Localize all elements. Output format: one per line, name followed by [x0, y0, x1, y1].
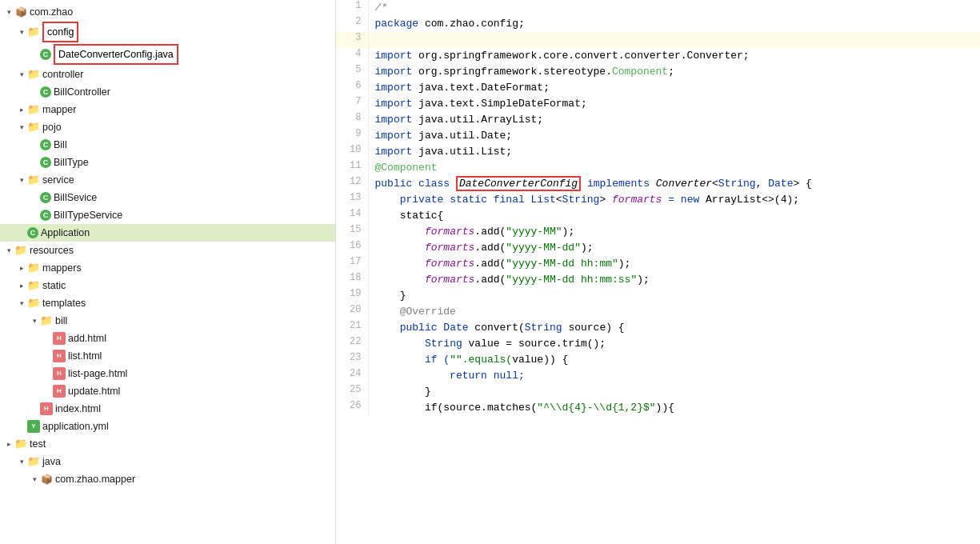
token: @Override — [375, 306, 456, 318]
token: Date — [481, 130, 506, 142]
folder-icon: 📁 — [27, 262, 40, 274]
token: final — [494, 194, 531, 206]
folder-icon: 📁 — [27, 279, 40, 292]
html-icon: H — [53, 385, 66, 398]
code-line: 12public class DateConverterConfig imple… — [336, 176, 980, 192]
item-label: BillController — [54, 84, 110, 100]
line-number: 1 — [336, 0, 368, 16]
folder-icon: 📁 — [27, 121, 40, 134]
line-number: 17 — [336, 256, 368, 272]
item-label: BilITypeService — [54, 207, 122, 223]
token: DateFormat — [481, 82, 543, 94]
token: formarts — [612, 194, 662, 206]
token: ; — [743, 50, 750, 62]
tree-item-com-zhao[interactable]: 📦com.zhao — [0, 3, 335, 21]
package-icon: 📦 — [40, 473, 53, 486]
arrow-closed — [16, 260, 27, 276]
token: "".equals( — [450, 354, 512, 366]
tree-item-BillController[interactable]: CBillController — [0, 83, 335, 101]
tree-item-static[interactable]: 📁static — [0, 277, 335, 294]
tree-item-application.yml[interactable]: Yapplication.yml — [0, 418, 335, 435]
token: < — [712, 178, 718, 190]
tree-item-BillTypeService[interactable]: CBilITypeService — [0, 206, 335, 224]
token — [375, 242, 425, 254]
tree-item-add.html[interactable]: Hadd.html — [0, 330, 335, 347]
file-tree[interactable]: 📦com.zhao📁configCDateConverterConfig.jav… — [0, 0, 336, 544]
tree-item-resources[interactable]: 📁resources — [0, 242, 335, 259]
arrow-closed — [3, 436, 14, 452]
tree-item-list.html[interactable]: Hlist.html — [0, 347, 335, 365]
tree-item-templates[interactable]: 📁templates — [0, 294, 335, 312]
token: implements — [581, 178, 656, 190]
highlighted-label: DateConverterConfig.java — [54, 44, 178, 65]
tree-item-bill[interactable]: 📁bill — [0, 312, 335, 330]
code-line: 5import org.springframework.stereotype.C… — [336, 64, 980, 80]
tree-item-mappers[interactable]: 📁mappers — [0, 259, 335, 277]
tree-item-DateConverterConfig[interactable]: CDateConverterConfig.java — [0, 43, 335, 66]
tree-item-Application[interactable]: CApplication — [0, 224, 335, 242]
line-number: 7 — [336, 96, 368, 112]
tree-item-config[interactable]: 📁config — [0, 21, 335, 43]
token: org.springframework.core.convert.convert… — [418, 50, 686, 62]
tree-item-mapper[interactable]: 📁mapper — [0, 101, 335, 118]
arrow-open — [16, 454, 27, 470]
line-code: public Date convert(String source) { — [368, 320, 980, 336]
line-number: 11 — [336, 160, 368, 176]
token: convert( — [469, 322, 525, 334]
token: formarts — [425, 274, 474, 286]
line-number: 2 — [336, 16, 368, 32]
java-class-icon: C — [27, 227, 38, 238]
code-line: 20 @Override — [336, 304, 980, 320]
token: static{ — [375, 210, 444, 222]
line-code: formarts.add("yyyy-MM"); — [368, 224, 980, 240]
item-label: list-page.html — [68, 366, 127, 382]
token: > — [599, 194, 612, 206]
java-file-icon: C — [40, 49, 51, 60]
code-line: 25 } — [336, 384, 980, 400]
tree-item-test[interactable]: 📁test — [0, 435, 335, 453]
code-line: 6import java.text.DateFormat; — [336, 80, 980, 96]
token: = new — [662, 194, 706, 206]
java-class-icon: C — [40, 139, 51, 150]
item-label: templates — [42, 295, 86, 311]
token: formarts — [425, 258, 474, 270]
token: static — [450, 194, 494, 206]
java-class-icon: C — [40, 192, 51, 203]
tree-item-Bill[interactable]: CBill — [0, 136, 335, 154]
tree-item-list-page.html[interactable]: Hlist-page.html — [0, 365, 335, 382]
token: List — [531, 194, 556, 206]
tree-item-com-zhao-mapper[interactable]: 📦com.zhao.mapper — [0, 470, 335, 488]
token: value = source.trim(); — [462, 338, 606, 350]
token: "^\\d{4}-\\d{1,2}$" — [537, 402, 655, 414]
tree-item-BillType[interactable]: CBillType — [0, 154, 335, 171]
line-code: import java.util.Date; — [368, 128, 980, 144]
line-code: formarts.add("yyyy-MM-dd"); — [368, 240, 980, 256]
token: source) { — [562, 322, 625, 334]
tree-item-BillSevice[interactable]: CBillSevice — [0, 189, 335, 206]
code-line: 22 String value = source.trim(); — [336, 336, 980, 352]
tree-item-index.html[interactable]: Hindex.html — [0, 400, 335, 418]
token: import — [375, 146, 419, 158]
line-code: public class DateConverterConfig impleme… — [368, 176, 980, 192]
arrow-closed — [16, 278, 27, 294]
line-number: 6 — [336, 80, 368, 96]
token: public — [375, 322, 444, 334]
token: String — [425, 338, 462, 350]
line-number: 10 — [336, 144, 368, 160]
tree-item-pojo[interactable]: 📁pojo — [0, 118, 335, 136]
token: ; — [537, 114, 543, 126]
html-icon: H — [53, 332, 66, 345]
tree-item-java[interactable]: 📁java — [0, 453, 335, 470]
line-number: 12 — [336, 176, 368, 192]
folder-icon: 📁 — [14, 438, 27, 450]
tree-item-controller[interactable]: 📁controller — [0, 66, 335, 83]
line-code: @Override — [368, 304, 980, 320]
tree-item-update.html[interactable]: Hupdate.html — [0, 382, 335, 400]
token: formarts — [425, 226, 474, 238]
token: ; — [506, 146, 512, 158]
token: import — [375, 130, 419, 142]
code-line: 14 static{ — [336, 208, 980, 224]
line-code: import java.text.SimpleDateFormat; — [368, 96, 980, 112]
item-label: Application — [41, 225, 90, 241]
tree-item-service[interactable]: 📁service — [0, 171, 335, 189]
